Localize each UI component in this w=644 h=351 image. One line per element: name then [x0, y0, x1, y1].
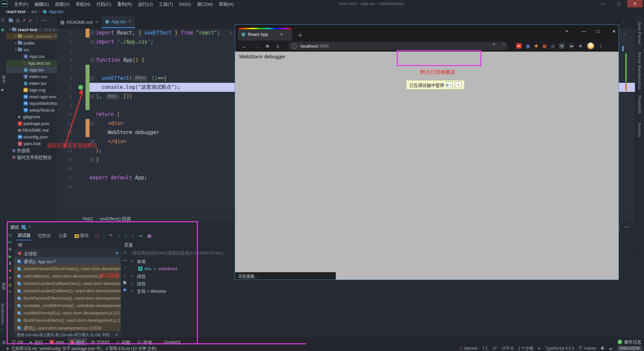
resume-script-button[interactable]: ▶❘ — [446, 81, 453, 88]
move-down-icon[interactable]: ↓ — [124, 273, 126, 277]
status-widget-806/2032M[interactable]: 806/2032M — [617, 346, 642, 351]
left-stripe-label[interactable]: Bookmarks — [1, 303, 5, 325]
menubar-item[interactable]: 视图(V) — [52, 2, 72, 7]
editor-tab-App.tsx[interactable]: App.tsx✕ — [102, 16, 135, 28]
line-number[interactable]: 17 — [57, 173, 75, 182]
breadcrumb-file[interactable]: App.tsx — [49, 9, 63, 14]
project-tool-icon[interactable]: ❒ — [1, 18, 4, 22]
filter-funnel-icon[interactable]: ▼ — [115, 251, 119, 256]
share-icon[interactable]: ↗ — [492, 42, 495, 47]
close-tab-icon[interactable]: ✕ — [280, 32, 283, 37]
learn-icon[interactable]: ◆ — [1, 88, 4, 92]
inspections-menu-icon[interactable]: ⋮ — [622, 20, 626, 24]
tab-search-chevron-icon[interactable]: ˅ — [566, 29, 568, 34]
minimize-window-icon[interactable]: — — [595, 0, 610, 7]
line-number[interactable]: 18 — [57, 182, 75, 191]
tree-item-reportWebVitals.ts[interactable]: TSreportWebVitals.ts — [6, 100, 57, 107]
breakpoint-gutter[interactable] — [75, 47, 86, 56]
frame-row[interactable]: flushPassiveEffectsImpl(), react-dom.dev… — [14, 294, 121, 302]
copy-icon[interactable]: ▣ — [123, 280, 126, 284]
status-widget-cloud[interactable]: ☁ — [608, 346, 612, 351]
frame-row[interactable]: invokeGuardedCallbackDev(), react-dom.de… — [14, 280, 121, 287]
lightning-icon[interactable]: ϟ — [9, 290, 11, 294]
stop-icon[interactable]: ■ — [9, 269, 11, 273]
breakpoint-gutter[interactable] — [75, 38, 86, 47]
line-number[interactable]: 15 — [57, 155, 75, 164]
window-corner-icon[interactable]: ▦ — [2, 340, 6, 345]
hide-panel-icon[interactable]: — — [42, 18, 46, 23]
tree-item-src[interactable]: ▾src — [6, 46, 57, 53]
line-number[interactable]: 1 — [57, 28, 75, 38]
line-number[interactable]: 8 — [57, 92, 75, 101]
status-widget-dot[interactable]: ● — [538, 346, 540, 351]
toolwindow-npm[interactable]: nnpm — [47, 338, 67, 346]
fold-marker-icon[interactable]: ∨ — [90, 76, 95, 80]
line-number[interactable]: 3 — [57, 47, 75, 56]
tree-chevron[interactable]: ▸ — [131, 289, 135, 292]
status-widget-7:1[interactable]: 7:1 — [482, 346, 488, 351]
menubar-item[interactable]: 窗口(W) — [194, 2, 216, 7]
debug-tab-控制台[interactable]: 控制台 — [37, 231, 52, 240]
frame-row[interactable]: invokeGuardedCallback(), react-dom.devel… — [14, 287, 121, 294]
address-bar[interactable]: i localhost :3000 — [288, 42, 508, 50]
left-stripe-label[interactable]: 提交 — [1, 75, 6, 83]
breakpoint-gutter[interactable] — [75, 155, 86, 164]
breakpoint-gutter[interactable] — [75, 182, 86, 191]
breakpoint-gutter[interactable] — [75, 173, 86, 182]
breakpoint-gutter[interactable] — [75, 119, 86, 128]
fe-extension-icon[interactable]: FE — [516, 43, 522, 49]
line-number[interactable]: 2 — [57, 38, 75, 47]
menubar-item[interactable]: 导航(N) — [72, 2, 93, 7]
back-icon[interactable]: ← — [242, 43, 247, 49]
evaluate-expression-icon[interactable]: ▣ — [147, 233, 152, 238]
new-tab-icon[interactable]: ＋ — [298, 31, 303, 39]
breadcrumb-src[interactable]: src — [31, 9, 37, 14]
tree-chevron[interactable]: ▸ — [131, 274, 135, 278]
tree-item-react-app-env.d.ts[interactable]: TSreact-app-env.d.ts — [6, 93, 57, 100]
robot-extension-icon[interactable]: oo — [569, 43, 574, 49]
menubar-item[interactable]: 工具(T) — [156, 2, 176, 7]
hide-debug-icon[interactable]: — — [625, 224, 629, 229]
toolwindow-问题[interactable]: ⚠问题 — [113, 338, 133, 346]
step-over-button[interactable]: ↷ — [455, 81, 462, 88]
line-number[interactable]: 4 — [57, 56, 75, 65]
tree-item-setupTests.ts[interactable]: TSsetupTests.ts — [6, 107, 57, 113]
debug-tab-脚本[interactable]: JS脚本 — [73, 231, 90, 240]
status-widget-LF[interactable]: LF — [492, 346, 497, 351]
step-over-icon[interactable]: ↷ — [109, 233, 113, 238]
debug-tab-调试器[interactable]: 调试器 — [16, 231, 32, 240]
close-window-icon[interactable]: ✕ — [627, 0, 643, 7]
kebab-menu-icon[interactable]: ⋮ — [35, 18, 39, 23]
maximize-browser-icon[interactable]: □ — [597, 29, 599, 34]
step-out-icon[interactable]: ↑ — [131, 233, 134, 238]
debug-tab-元素[interactable]: 元素 — [57, 231, 68, 240]
line-number[interactable]: 12 — [57, 128, 75, 137]
breakpoint-gutter[interactable] — [75, 164, 86, 173]
tree-item-.gitignore[interactable]: ◆.gitignore — [6, 113, 57, 120]
tree-item-index.css[interactable]: 3index.css — [6, 73, 57, 80]
resume-icon[interactable]: ▶ — [8, 254, 11, 258]
fold-marker-icon[interactable]: ∧ — [90, 40, 95, 44]
thread-selector[interactable]: 主线程 ▼ ▼ — [14, 249, 121, 257]
toolwindow-运行[interactable]: ▶运行 — [27, 338, 46, 346]
red-grid-extension-icon[interactable]: ▦ — [542, 44, 546, 49]
step-into-icon[interactable]: ↓ — [117, 233, 120, 238]
menubar-item[interactable]: 代码(C) — [93, 2, 114, 7]
breakpoint-gutter[interactable] — [75, 56, 86, 65]
menubar-item[interactable]: 编辑(E) — [32, 2, 52, 7]
show-watches-eye-icon[interactable]: ◉ — [123, 288, 126, 292]
frame-row[interactable]: 匿名(), react-dom.development.js:23324 — [14, 324, 121, 331]
status-widget-UTF-8[interactable]: UTF-8 — [502, 346, 513, 351]
breakpoint-gutter[interactable] — [75, 110, 86, 119]
frame-row[interactable]: flushPassiveEffects(), react-dom.develop… — [14, 316, 121, 324]
toolwindow-调试[interactable]: 调试 — [68, 338, 87, 346]
event-log[interactable]: 2 事件日志 — [618, 339, 641, 345]
right-stripe-label[interactable]: PlantUML — [638, 96, 642, 114]
status-widget-2 个空格[interactable]: 2 个空格 — [518, 345, 533, 351]
right-stripe-label[interactable]: Jenkins — [638, 122, 642, 137]
mute-breakpoints-icon[interactable]: ◎ — [8, 283, 12, 287]
pause-icon[interactable]: Ⅱ — [9, 261, 11, 266]
tree-chevron[interactable]: ▸ — [14, 41, 18, 45]
tree-item-README.md[interactable]: ▤README.md — [6, 127, 57, 133]
more-horizontal-icon[interactable]: ⋯ — [8, 304, 12, 308]
